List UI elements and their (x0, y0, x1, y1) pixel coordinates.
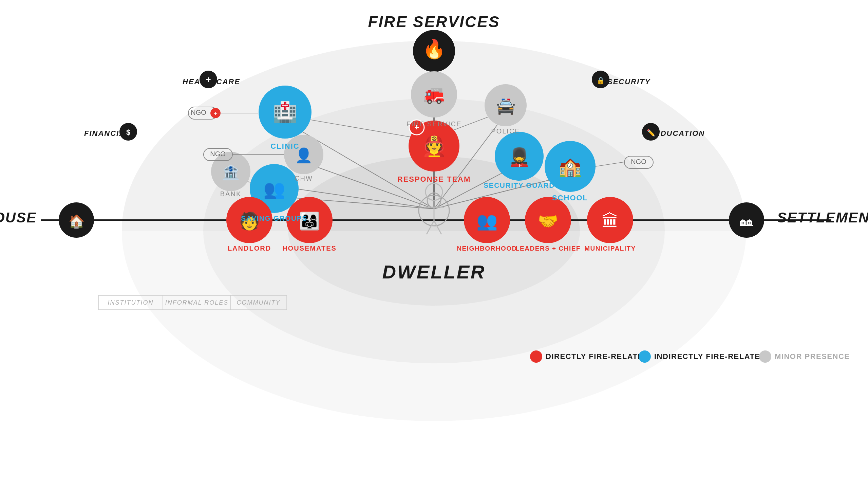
svg-text:CHW: CHW (295, 175, 313, 182)
svg-text:CLINIC: CLINIC (270, 142, 299, 150)
svg-text:FIRE SERVICES: FIRE SERVICES (368, 13, 500, 31)
svg-text:🏠: 🏠 (69, 214, 85, 229)
svg-text:HOUSEMATES: HOUSEMATES (282, 244, 337, 252)
svg-text:DIRECTLY FIRE-RELATED: DIRECTLY FIRE-RELATED (546, 352, 649, 361)
svg-text:👥: 👥 (476, 211, 498, 231)
svg-text:🤝: 🤝 (538, 212, 558, 231)
svg-text:INDIRECTLY FIRE-RELATED: INDIRECTLY FIRE-RELATED (654, 352, 766, 361)
svg-text:COMMUNITY: COMMUNITY (237, 299, 281, 306)
svg-text:+: + (214, 111, 217, 116)
svg-text:🏫: 🏫 (559, 156, 582, 178)
svg-text:🔒: 🔒 (597, 76, 605, 85)
svg-text:LANDLORD: LANDLORD (228, 244, 271, 252)
svg-text:MINOR PRESENCE: MINOR PRESENCE (775, 352, 850, 361)
svg-text:SETTLEMENT: SETTLEMENT (777, 210, 868, 225)
svg-text:🏦: 🏦 (222, 164, 240, 181)
svg-text:🔥: 🔥 (422, 38, 446, 60)
svg-text:FIRE SERVICE: FIRE SERVICE (407, 120, 462, 128)
svg-text:NGO: NGO (631, 158, 646, 165)
svg-text:👥: 👥 (263, 179, 285, 200)
svg-text:SCHOOL: SCHOOL (552, 194, 588, 202)
svg-point-111 (530, 350, 542, 363)
svg-text:🧑‍🚒: 🧑‍🚒 (421, 134, 447, 158)
svg-text:SAVING GROUPS: SAVING GROUPS (241, 214, 307, 222)
svg-text:HOUSE: HOUSE (0, 210, 37, 225)
svg-text:POLICE: POLICE (491, 127, 520, 135)
svg-text:🚔: 🚔 (496, 97, 516, 115)
svg-text:💂: 💂 (508, 146, 530, 167)
svg-text:LEADERS + CHIEF: LEADERS + CHIEF (515, 245, 581, 252)
svg-point-113 (639, 350, 651, 363)
svg-text:✏️: ✏️ (647, 129, 655, 137)
svg-text:+: + (206, 74, 211, 85)
svg-text:NGO: NGO (191, 109, 206, 116)
diagram-container: 🔥 🚒 🧑‍🚒 + 🏥 👤 🏦 👥 🚔 💂 🏫 (0, 0, 868, 489)
svg-text:INFORMAL ROLES: INFORMAL ROLES (165, 299, 229, 306)
svg-text:SECURITY GUARD: SECURITY GUARD (484, 181, 555, 189)
svg-text:🏥: 🏥 (273, 101, 298, 124)
svg-point-115 (759, 350, 771, 363)
svg-text:EDUCATION: EDUCATION (655, 129, 705, 138)
svg-text:DWELLER: DWELLER (382, 261, 486, 283)
svg-text:INSTITUTION: INSTITUTION (108, 299, 154, 306)
svg-text:MUNICIPALITY: MUNICIPALITY (584, 245, 636, 252)
svg-text:NGO: NGO (210, 150, 226, 158)
svg-text:$: $ (126, 128, 130, 137)
svg-text:RESPONSE TEAM: RESPONSE TEAM (397, 175, 471, 183)
svg-text:SECURITY: SECURITY (607, 77, 651, 86)
svg-text:NEIGHBORHOOD: NEIGHBORHOOD (457, 245, 517, 252)
svg-text:BANK: BANK (220, 190, 241, 198)
svg-text:🏘: 🏘 (740, 214, 753, 229)
svg-text:🚒: 🚒 (423, 84, 445, 105)
svg-text:🏛: 🏛 (602, 212, 619, 231)
